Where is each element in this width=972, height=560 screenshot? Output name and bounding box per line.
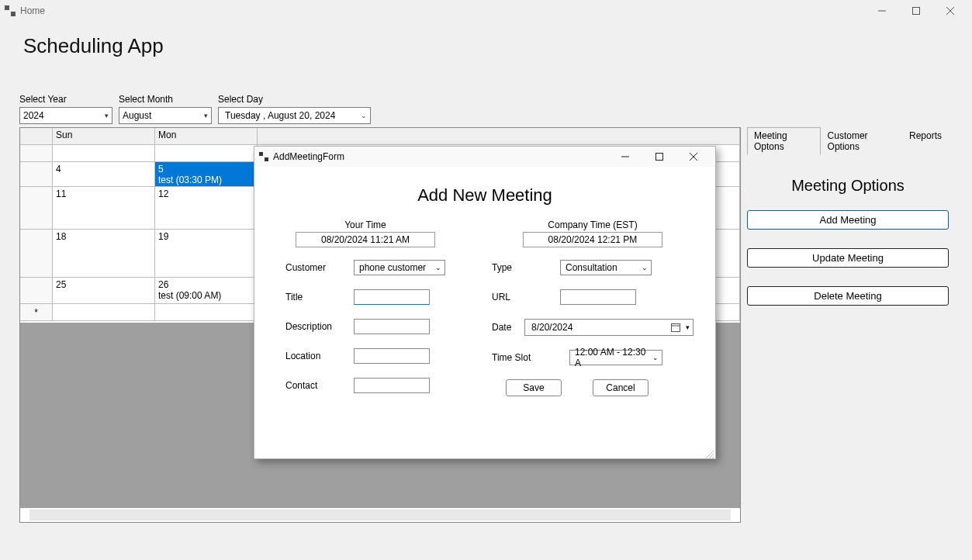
close-button[interactable]	[933, 0, 967, 22]
select-year-dropdown[interactable]: 2024 ▾	[19, 107, 112, 124]
page-title: Scheduling App	[0, 22, 972, 58]
title-input[interactable]	[354, 289, 430, 305]
select-day-value: Tuesday , August 20, 2024	[225, 110, 335, 121]
calendar-cell[interactable]	[155, 145, 258, 162]
update-meeting-button[interactable]: Update Meeting	[747, 248, 949, 268]
row-indicator-current	[20, 162, 53, 187]
timeslot-label: Time Slot	[492, 352, 569, 363]
maximize-button[interactable]	[899, 0, 933, 22]
calendar-cell-mon[interactable]: 19	[155, 230, 258, 278]
company-time-label: Company Time (EST)	[492, 220, 694, 230]
calendar-cell[interactable]	[53, 304, 155, 321]
delete-meeting-button[interactable]: Delete Meeting	[747, 286, 949, 306]
chevron-down-icon: ⌄	[435, 264, 441, 271]
app-icon	[5, 5, 16, 16]
add-meeting-dialog: AddMeetingForm Add New Meeting Your Time…	[254, 146, 716, 459]
main-titlebar: Home	[0, 0, 972, 22]
calendar-cell-sun[interactable]: 25	[53, 278, 155, 304]
row-header	[20, 187, 53, 230]
type-label: Type	[492, 262, 560, 273]
calendar-cell[interactable]	[155, 304, 258, 321]
dialog-close-button[interactable]	[676, 147, 711, 166]
tab-customer-options[interactable]: Customer Options	[821, 127, 902, 155]
cancel-button[interactable]: Cancel	[593, 379, 649, 396]
calendar-cell-sun[interactable]: 18	[53, 230, 155, 278]
chevron-down-icon: ▾	[105, 112, 109, 119]
location-label: Location	[285, 351, 354, 361]
date-label: Date	[492, 322, 524, 333]
contact-label: Contact	[285, 380, 354, 391]
company-time-field[interactable]: 08/20/2024 12:21 PM	[523, 232, 662, 247]
calendar-cell-sun[interactable]: 4	[53, 162, 155, 187]
chevron-down-icon: ⌄	[642, 264, 648, 271]
select-month-label: Select Month	[119, 94, 212, 105]
customer-label: Customer	[285, 262, 354, 273]
add-meeting-button[interactable]: Add Meeting	[747, 210, 949, 230]
calendar-icon	[671, 323, 680, 332]
select-day-datepicker[interactable]: Tuesday , August 20, 2024 ⌄	[218, 107, 371, 124]
chevron-down-icon: ▾	[686, 323, 690, 331]
contact-input[interactable]	[354, 378, 430, 393]
select-day-label: Select Day	[218, 94, 371, 105]
tab-meeting-options[interactable]: Meeting Optons	[747, 127, 821, 155]
dialog-maximize-button[interactable]	[642, 147, 676, 166]
title-label: Title	[285, 292, 354, 302]
save-button[interactable]: Save	[506, 379, 562, 396]
location-input[interactable]	[354, 348, 430, 364]
svg-rect-9	[672, 324, 680, 332]
your-time-field[interactable]: 08/20/2024 11:21 AM	[296, 232, 435, 247]
row-header	[20, 145, 53, 162]
chevron-down-icon: ⌄	[652, 354, 659, 361]
side-tabs: Meeting Optons Customer Options Reports	[747, 127, 949, 155]
description-input[interactable]	[354, 319, 430, 334]
select-month-value: August	[123, 110, 151, 121]
calendar-header-mon[interactable]: Mon	[155, 128, 258, 145]
calendar-header-sun[interactable]: Sun	[53, 128, 155, 145]
calendar-cell[interactable]	[53, 145, 155, 162]
url-input[interactable]	[560, 289, 636, 305]
calendar-corner	[20, 128, 53, 145]
customer-dropdown[interactable]: phone customer⌄	[354, 260, 445, 275]
resize-grip[interactable]	[704, 448, 714, 457]
url-label: URL	[492, 292, 560, 302]
minimize-button[interactable]	[865, 0, 899, 22]
your-time-label: Your Time	[285, 220, 445, 230]
dialog-title-text: AddMeetingForm	[273, 151, 344, 162]
calendar-cell-mon[interactable]: 12	[155, 187, 258, 230]
description-label: Description	[285, 321, 354, 332]
calendar-cell-mon-selected[interactable]: 5 test (03:30 PM)	[155, 162, 258, 187]
row-header	[20, 278, 53, 304]
dialog-minimize-button[interactable]	[608, 147, 642, 166]
row-header	[20, 230, 53, 278]
chevron-down-icon: ⌄	[361, 112, 367, 119]
svg-rect-6	[656, 154, 663, 161]
calendar-header-rest	[258, 128, 740, 145]
dialog-titlebar[interactable]: AddMeetingForm	[254, 147, 715, 167]
svg-rect-1	[913, 8, 920, 15]
select-month-dropdown[interactable]: August ▾	[119, 107, 212, 124]
side-panel-title: Meeting Options	[747, 177, 949, 195]
row-indicator-new: *	[20, 304, 53, 321]
type-dropdown[interactable]: Consultation⌄	[560, 260, 652, 275]
tab-reports[interactable]: Reports	[902, 127, 949, 155]
select-year-value: 2024	[23, 110, 44, 121]
date-picker[interactable]: 8/20/2024 ▾	[524, 319, 694, 336]
calendar-cell-sun[interactable]: 11	[53, 187, 155, 230]
timeslot-dropdown[interactable]: 12:00 AM - 12:30 A⌄	[569, 350, 662, 365]
select-year-label: Select Year	[19, 94, 112, 105]
svg-line-13	[712, 457, 714, 458]
horizontal-scrollbar[interactable]	[29, 510, 731, 520]
calendar-cell-mon[interactable]: 26 test (09:00 AM)	[155, 278, 258, 304]
dialog-heading: Add New Meeting	[254, 185, 715, 206]
chevron-down-icon: ▾	[204, 112, 208, 119]
window-title: Home	[20, 5, 45, 16]
dialog-app-icon	[259, 152, 268, 161]
